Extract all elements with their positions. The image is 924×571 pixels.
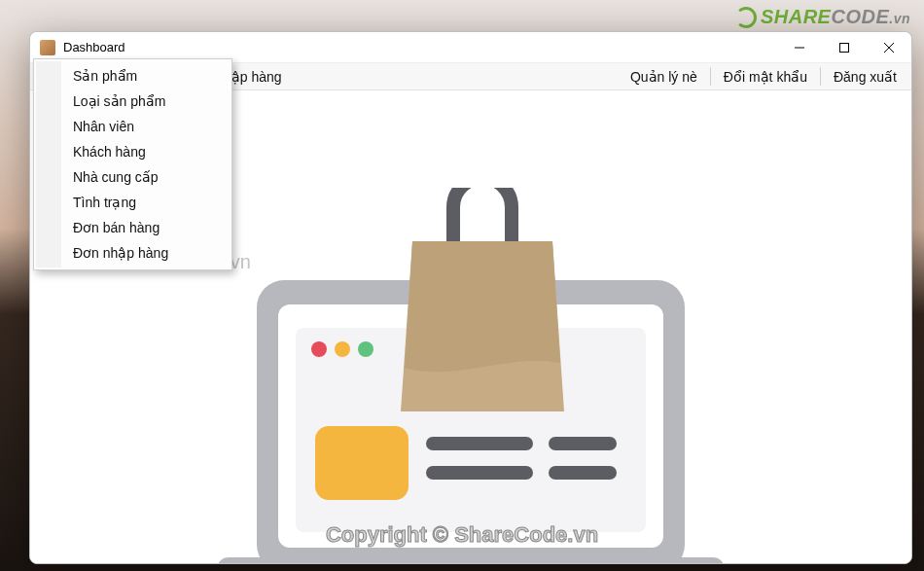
menu-separator: [710, 67, 711, 86]
close-icon: [884, 43, 894, 53]
menu-logout-label: Đăng xuất: [834, 69, 897, 85]
menu-logout[interactable]: Đăng xuất: [823, 63, 907, 89]
dropdown-item-label: Đơn bán hàng: [73, 220, 160, 235]
dropdown-item-employees[interactable]: Nhân viên: [36, 114, 230, 139]
dropdown-item-products[interactable]: Sản phẩm: [36, 63, 230, 89]
menu-change-password[interactable]: Đổi mật khẩu: [713, 63, 818, 89]
menu-change-password-label: Đổi mật khẩu: [724, 69, 807, 85]
dropdown-item-label: Nhân viên: [73, 119, 134, 134]
dropdown-item-label: Khách hàng: [73, 144, 146, 160]
recycle-icon: [735, 7, 757, 28]
dropdown-item-label: Nhà cung cấp: [73, 169, 159, 185]
dropdown-item-product-types[interactable]: Loại sản phẩm: [36, 89, 230, 114]
svg-rect-11: [315, 426, 409, 500]
maximize-icon: [839, 43, 849, 53]
svg-rect-12: [426, 437, 533, 450]
dropdown-item-label: Sản phẩm: [73, 68, 137, 84]
dropdown-item-suppliers[interactable]: Nhà cung cấp: [36, 164, 230, 190]
window-title: Dashboard: [63, 40, 125, 54]
shopping-illustration: [218, 188, 724, 563]
dropdown-item-status[interactable]: Tình trạng: [36, 190, 230, 215]
svg-rect-1: [840, 43, 849, 52]
sharecode-logo: SHARECODE.vn: [735, 6, 910, 28]
svg-rect-15: [549, 466, 617, 480]
app-icon: [40, 40, 55, 55]
dropdown-item-label: Đơn nhập hàng: [73, 245, 168, 261]
svg-rect-14: [426, 466, 533, 480]
dropdown-item-label: Loại sản phẩm: [73, 93, 165, 109]
svg-point-8: [311, 341, 327, 357]
dropdown-item-customers[interactable]: Khách hàng: [36, 139, 230, 164]
dropdown-item-import-orders[interactable]: Đơn nhập hàng: [36, 240, 230, 266]
menu-manager-label: Quản lý nè: [630, 69, 697, 85]
dropdown-item-sales-orders[interactable]: Đơn bán hàng: [36, 215, 230, 240]
maximize-button[interactable]: [822, 32, 867, 63]
minimize-icon: [795, 43, 804, 53]
menu-separator: [820, 67, 821, 86]
svg-point-10: [358, 341, 373, 357]
menu-manager[interactable]: Quản lý nè: [620, 63, 708, 89]
minimize-button[interactable]: [777, 32, 822, 63]
close-button[interactable]: [867, 32, 911, 63]
dropdown-item-label: Tình trạng: [73, 195, 136, 210]
svg-rect-13: [549, 437, 617, 450]
svg-point-9: [335, 341, 350, 357]
categories-dropdown: Sản phẩm Loại sản phẩm Nhân viên Khách h…: [33, 58, 232, 270]
